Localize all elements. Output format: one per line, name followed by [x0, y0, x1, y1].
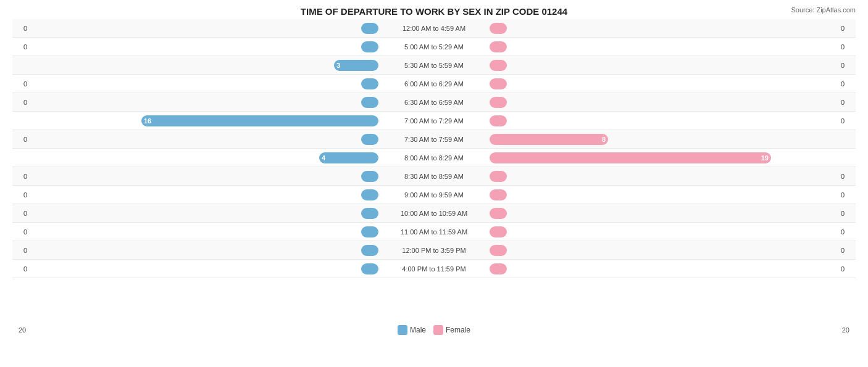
chart-row: 0 8:30 AM to 8:59 AM 0 — [12, 167, 856, 186]
female-bar-zero — [490, 97, 507, 108]
female-bar-container — [490, 189, 838, 200]
female-value: 0 — [838, 191, 856, 199]
left-section: 0 — [12, 204, 378, 222]
male-bar: 3 — [334, 60, 378, 71]
female-bar: 19 — [490, 152, 771, 163]
female-value: 0 — [838, 25, 856, 32]
female-bar-zero — [490, 189, 507, 200]
female-value: 0 — [838, 99, 856, 106]
time-label: 12:00 PM to 3:59 PM — [378, 247, 490, 254]
time-label: 6:30 AM to 6:59 AM — [378, 99, 490, 106]
right-section: 0 — [490, 56, 856, 74]
chart-row: 16 7:00 AM to 7:29 AM 0 — [12, 112, 856, 130]
male-bar-zero — [361, 134, 378, 145]
chart-row: 0 11:00 AM to 11:59 AM 0 — [12, 223, 856, 241]
bottom-area: 20 Male Female 20 — [12, 325, 856, 335]
left-section: 0 — [12, 130, 378, 148]
chart-row: 0 9:00 AM to 9:59 AM 0 — [12, 186, 856, 204]
male-bar-zero — [361, 97, 378, 108]
female-bar-zero — [490, 78, 507, 89]
male-value: 0 — [12, 43, 30, 51]
male-value: 0 — [12, 80, 30, 88]
female-bar-zero — [490, 208, 507, 219]
male-bar-container — [30, 263, 378, 274]
right-section: 8 — [490, 130, 856, 148]
male-bar-container — [30, 171, 378, 182]
male-bar-container — [30, 97, 378, 108]
male-bar-zero — [361, 263, 378, 274]
right-section: 0 — [490, 75, 856, 93]
female-bar-zero — [490, 226, 507, 237]
time-label: 10:00 AM to 10:59 AM — [378, 210, 490, 217]
right-section: 0 — [490, 93, 856, 111]
right-section: 0 — [490, 204, 856, 222]
female-value: 0 — [838, 62, 856, 69]
time-label: 12:00 AM to 4:59 AM — [378, 25, 490, 32]
right-section: 0 — [490, 112, 856, 130]
legend-male: Male — [398, 325, 426, 335]
chart-row: 0 12:00 AM to 4:59 AM 0 — [12, 19, 856, 38]
male-bar-label: 16 — [144, 117, 151, 125]
left-section: 0 — [12, 167, 378, 185]
axis-left: 20 — [19, 326, 33, 334]
female-bar-zero — [490, 263, 507, 274]
female-bar-label: 19 — [761, 154, 769, 162]
time-label: 7:00 AM to 7:29 AM — [378, 117, 490, 125]
chart-area: 0 12:00 AM to 4:59 AM 0 0 5:00 AM to 5:2… — [12, 19, 856, 321]
time-label: 7:30 AM to 7:59 AM — [378, 136, 490, 143]
left-section: 0 — [12, 186, 378, 204]
left-section: 3 — [12, 56, 378, 74]
left-section: 0 — [12, 19, 378, 37]
male-value: 0 — [12, 228, 30, 236]
right-section: 0 — [490, 167, 856, 185]
source-label: Source: ZipAtlas.com — [791, 6, 856, 14]
female-bar-zero — [490, 245, 507, 256]
male-label: Male — [410, 326, 426, 334]
male-bar-zero — [361, 23, 378, 34]
chart-container: TIME OF DEPARTURE TO WORK BY SEX IN ZIP … — [0, 0, 868, 367]
female-bar-container — [490, 245, 838, 256]
right-section: 0 — [490, 19, 856, 37]
right-section: 0 — [490, 260, 856, 278]
time-label: 6:00 AM to 6:29 AM — [378, 80, 490, 88]
male-bar-zero — [361, 226, 378, 237]
chart-row: 0 12:00 PM to 3:59 PM 0 — [12, 241, 856, 260]
female-swatch — [433, 325, 443, 335]
axis-right: 20 — [835, 326, 849, 334]
male-bar-container — [30, 226, 378, 237]
male-bar-zero — [361, 208, 378, 219]
female-bar-zero — [490, 41, 507, 52]
male-value: 0 — [12, 265, 30, 273]
right-section: 0 — [490, 186, 856, 204]
time-label: 5:30 AM to 5:59 AM — [378, 62, 490, 69]
male-bar-container: 16 — [12, 115, 378, 126]
time-label: 8:30 AM to 8:59 AM — [378, 173, 490, 180]
female-bar-zero — [490, 23, 507, 34]
left-section: 16 — [12, 112, 378, 130]
male-value: 0 — [12, 191, 30, 199]
male-bar-zero — [361, 171, 378, 182]
right-section: 19 — [490, 149, 856, 167]
female-bar-container — [490, 41, 838, 52]
male-swatch — [398, 325, 407, 335]
female-value: 0 — [838, 173, 856, 180]
male-value: 0 — [12, 173, 30, 180]
male-bar-container — [30, 208, 378, 219]
male-bar-zero — [361, 41, 378, 52]
chart-row: 0 5:00 AM to 5:29 AM 0 — [12, 38, 856, 56]
female-bar-zero — [490, 171, 507, 182]
chart-row: 0 4:00 PM to 11:59 PM 0 — [12, 260, 856, 278]
chart-row: 3 5:30 AM to 5:59 AM 0 — [12, 56, 856, 75]
male-bar: 16 — [141, 115, 378, 126]
male-value: 0 — [12, 25, 30, 32]
female-bar: 8 — [490, 134, 608, 145]
male-bar-label: 4 — [322, 154, 325, 162]
female-label: Female — [446, 326, 470, 334]
chart-title: TIME OF DEPARTURE TO WORK BY SEX IN ZIP … — [12, 6, 856, 17]
female-bar-container — [490, 97, 838, 108]
legend-female: Female — [433, 325, 470, 335]
chart-row: 0 7:30 AM to 7:59 AM 8 — [12, 130, 856, 149]
male-bar-container — [30, 189, 378, 200]
male-bar-label: 3 — [336, 62, 340, 69]
female-value: 0 — [838, 265, 856, 273]
